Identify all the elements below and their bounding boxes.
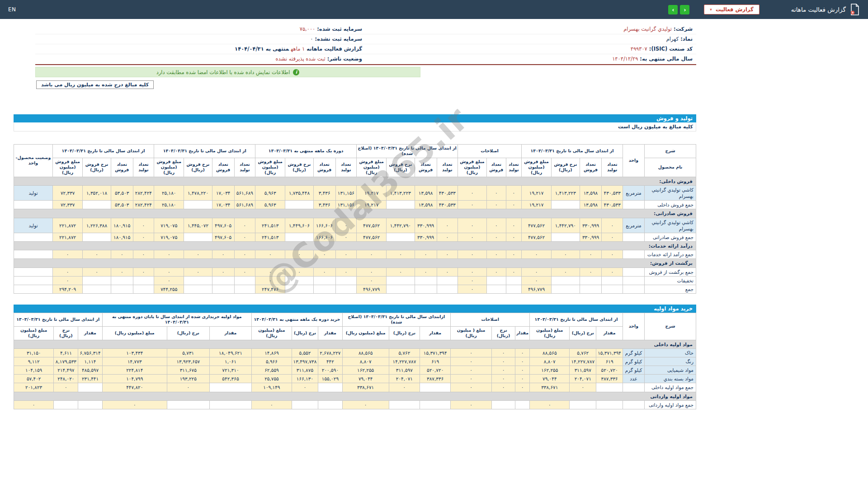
table-row: کاشي توليدي گرانيتي بهسراممترمربع۰۳۳۰,۹۹…	[14, 218, 696, 233]
column-header: نرخ (ریال)	[389, 326, 420, 340]
table-cell: تولید	[14, 185, 53, 200]
table-cell	[506, 285, 521, 293]
table-cell: ۱۸۰,۹۱۵	[111, 218, 133, 233]
table-cell: ۱۳,۵۹۸	[580, 201, 602, 209]
table-row: جمع۴۹۶,۷۷۹۰۴۹۶,۷۷۹۲۴۷,۴۷۶۷۴۴,۲۵۵۲۹۴,۲۰۹	[14, 285, 696, 293]
table-cell: ۸,۱۷۹,۵۳۳	[54, 357, 78, 366]
table-cell: ۲۰۴,۰۷۱	[389, 375, 420, 383]
table-cell: ۰	[458, 267, 487, 276]
table-cell: ۰	[486, 250, 506, 259]
table-cell	[491, 400, 515, 409]
table-cell: ۰	[415, 267, 437, 276]
table-cell: ۰	[451, 366, 492, 375]
table-cell: ۳,۴۳۶	[313, 185, 335, 200]
table-cell: ۰	[522, 250, 552, 259]
table-cell: ۸۸,۵۶۵	[342, 348, 389, 357]
table-cell	[83, 285, 111, 293]
table-cell: ۰	[53, 276, 83, 285]
column-header: نرخ (ریال)	[54, 326, 78, 340]
column-header: نرخ (ریال)	[292, 326, 318, 340]
column-header: تعداد فروش	[212, 158, 234, 177]
table-cell: ۰	[167, 383, 209, 392]
table-cell: ۰	[83, 250, 111, 259]
table-cell: ۰	[602, 267, 623, 276]
column-header: شرح	[645, 145, 696, 158]
column-header: واحد	[623, 313, 645, 340]
table-cell	[78, 383, 102, 392]
column-header: مقدار	[78, 326, 102, 340]
table-cell: ۱۳,۵۹۸	[580, 185, 602, 200]
table-cell	[212, 285, 234, 293]
table-cell: ۱,۷۳۵,۴۴۸	[285, 185, 313, 200]
column-header: تعداد فروش	[580, 158, 602, 177]
table-cell: ۴۸۵,۵۹۷	[78, 366, 102, 375]
column-header: مبلغ فروش (میلیون ریال)	[53, 158, 83, 177]
table-row: جمع درآمد ارائه خدمات۰۰۰۰۰۰۰۰۰۰۰۰۰۰۰۰۰۰۰…	[14, 250, 696, 259]
table-cell: ۴۹۶,۷۷۹	[522, 285, 552, 293]
table-cell	[133, 276, 154, 285]
table-cell	[83, 276, 111, 285]
table-cell: ۱۵,۳۷۱,۳۹۴	[420, 348, 451, 357]
table-cell	[234, 276, 255, 285]
table-cell: ۲۳۱,۴۴۱	[78, 375, 102, 383]
table-cell: ۰	[458, 250, 487, 259]
table-cell: ۳۸۷,۳۳۶	[420, 375, 451, 383]
table-cell: ۱۹,۲۱۷	[522, 201, 552, 209]
table-cell	[623, 285, 645, 293]
table-cell: ۰	[530, 400, 570, 409]
table-cell: ۲۰۴,۰۷۱	[570, 375, 596, 383]
chevron-down-icon: ▾	[710, 8, 712, 12]
table-cell	[133, 285, 154, 293]
table-cell: ۰	[133, 218, 154, 233]
table-cell: ۰	[387, 267, 415, 276]
table-cell: جمع فروش صادراتی	[645, 233, 696, 241]
report-type-dropdown[interactable]: گزارش فعالیت ▾	[704, 5, 759, 14]
table-cell: ۳۳۸,۶۷۱	[342, 383, 389, 392]
column-header: تعداد تولید	[335, 158, 357, 177]
table-cell	[78, 400, 102, 409]
table-cell: ۱۹۳,۲۲۵	[167, 375, 209, 383]
table-cell: ۷۹,۰۴۴	[342, 375, 389, 383]
table-cell	[580, 285, 602, 293]
table-cell: کاشي توليدي گرانيتي بهسرام	[645, 185, 696, 200]
table-row: جمع مواد اولیه وارداتی۰۰۰۰۰۰	[14, 400, 696, 409]
column-header: تعداد فروش	[313, 158, 335, 177]
table-cell: ۵۳,۵۰۳	[111, 185, 133, 200]
table-cell: ۰	[602, 250, 623, 259]
previous-report-button[interactable]: ‹	[668, 5, 678, 14]
table-cell: ۰	[285, 250, 313, 259]
table-cell: ۴۹۷,۶۰۵	[212, 233, 234, 241]
section-label: برگشت از فروش:	[14, 259, 696, 267]
table-cell: ۰	[234, 250, 255, 259]
table-row: خاککیلو گرم۱۵,۳۷۱,۳۹۴۵,۷۶۲۸۸,۵۶۵۰۰۰۱۵,۳۷…	[14, 348, 696, 357]
column-header: مواد اولیه خریداری شده از ابتدای سال تا …	[102, 313, 252, 327]
next-report-button[interactable]: ›	[680, 5, 689, 14]
table-cell: کیلو گرم	[623, 366, 645, 375]
company-info-line: سرمایه ثبت نشده:۰	[35, 34, 366, 44]
english-language-link[interactable]: EN	[8, 6, 16, 13]
column-header: ازابتدای سال مالی تا تاریخ ۱۴۰۴/۰۳/۳۱ (ا…	[342, 313, 451, 327]
table-cell: ۷۲۱,۳۱۰	[209, 366, 252, 375]
table-cell: ۴,۶۱۱	[54, 348, 78, 357]
column-header: وضعیت محصول-واحد	[14, 145, 53, 177]
column-header: از ابتدای سال مالی تا تاریخ ۱۴۰۴/۰۴/۳۱	[154, 145, 255, 158]
table-cell: ۵,۵۵۲	[292, 348, 318, 357]
table-cell: ۱۶۲,۲۵۵	[530, 366, 570, 375]
table-cell: ۵۶۱,۶۸۹	[234, 201, 255, 209]
table-cell: ۱۰۴,۱۵۹	[14, 366, 54, 375]
company-info-line: سرمایه ثبت شده:۷۵,۰۰۰	[35, 24, 366, 34]
table-cell: ۴۷۷,۵۶۲	[522, 218, 552, 233]
table-cell: ۰	[357, 267, 387, 276]
table-cell: ۳۱۱,۵۹۷	[570, 366, 596, 375]
table-cell: مترمربع	[623, 185, 645, 200]
table-cell	[552, 233, 580, 241]
table-cell: ۰	[491, 383, 515, 392]
info-label: گزارش فعالیت ماهانه	[307, 46, 362, 52]
table-cell: ۵۲۰,۷۲۰	[596, 366, 623, 375]
table-cell	[486, 276, 506, 285]
table-cell: ۰	[292, 383, 318, 392]
table-cell: مترمربع	[623, 218, 645, 233]
table-cell: ۲۸۲,۴۲۴	[133, 185, 154, 200]
table-cell: ۱۶۲,۲۵۵	[342, 366, 389, 375]
table-cell: ۰	[580, 267, 602, 276]
